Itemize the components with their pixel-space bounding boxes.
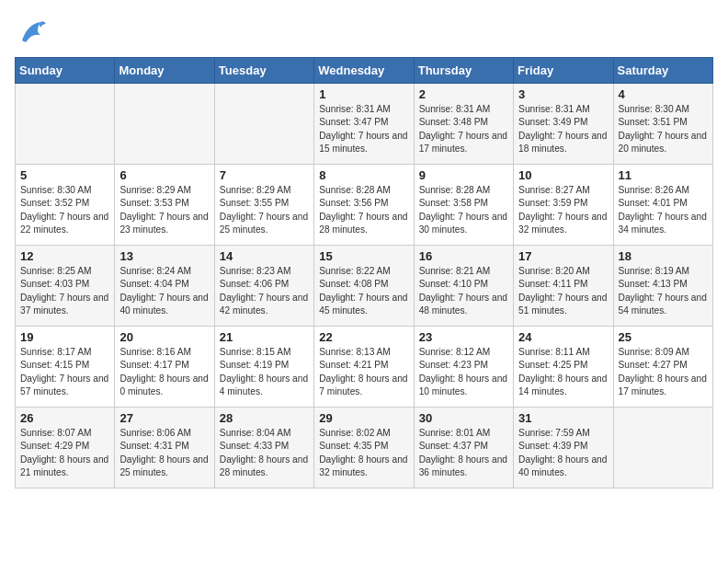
calendar-cell: 11Sunrise: 8:26 AMSunset: 4:01 PMDayligh… [613, 165, 712, 246]
cell-info: Sunrise: 8:19 AMSunset: 4:13 PMDaylight:… [619, 265, 708, 317]
day-header-wednesday: Wednesday [314, 58, 414, 84]
day-header-friday: Friday [514, 58, 613, 84]
cell-info: Sunrise: 8:31 AMSunset: 3:48 PMDaylight:… [419, 103, 508, 155]
calendar-cell: 17Sunrise: 8:20 AMSunset: 4:11 PMDayligh… [514, 246, 613, 327]
calendar-cell: 30Sunrise: 8:01 AMSunset: 4:37 PMDayligh… [414, 408, 513, 488]
cell-info: Sunrise: 8:21 AMSunset: 4:10 PMDaylight:… [419, 265, 508, 317]
calendar-cell: 6Sunrise: 8:29 AMSunset: 3:53 PMDaylight… [115, 165, 214, 246]
calendar-cell: 2Sunrise: 8:31 AMSunset: 3:48 PMDaylight… [414, 84, 513, 165]
cell-info: Sunrise: 8:27 AMSunset: 3:59 PMDaylight:… [518, 184, 608, 236]
calendar-cell: 3Sunrise: 8:31 AMSunset: 3:49 PMDaylight… [514, 84, 613, 165]
cell-info: Sunrise: 8:20 AMSunset: 4:11 PMDaylight:… [518, 265, 608, 317]
calendar-cell: 25Sunrise: 8:09 AMSunset: 4:27 PMDayligh… [613, 327, 712, 408]
week-row-3: 19Sunrise: 8:17 AMSunset: 4:15 PMDayligh… [16, 327, 713, 408]
day-number: 6 [119, 168, 209, 182]
calendar-header: SundayMondayTuesdayWednesdayThursdayFrid… [16, 58, 713, 84]
day-number: 19 [20, 330, 109, 344]
cell-info: Sunrise: 8:28 AMSunset: 3:58 PMDaylight:… [419, 184, 508, 236]
calendar-cell: 8Sunrise: 8:28 AMSunset: 3:56 PMDaylight… [314, 165, 414, 246]
day-number: 12 [20, 249, 109, 263]
day-number: 27 [119, 411, 209, 425]
calendar-cell: 10Sunrise: 8:27 AMSunset: 3:59 PMDayligh… [514, 165, 613, 246]
calendar-cell: 15Sunrise: 8:22 AMSunset: 4:08 PMDayligh… [314, 246, 414, 327]
calendar-cell: 4Sunrise: 8:30 AMSunset: 3:51 PMDaylight… [613, 84, 712, 165]
day-number: 18 [619, 249, 708, 263]
day-number: 2 [419, 87, 508, 101]
cell-info: Sunrise: 8:31 AMSunset: 3:49 PMDaylight:… [518, 103, 608, 155]
cell-info: Sunrise: 8:15 AMSunset: 4:19 PMDaylight:… [220, 346, 309, 398]
header [15, 15, 713, 50]
day-number: 28 [220, 411, 309, 425]
cell-info: Sunrise: 8:12 AMSunset: 4:23 PMDaylight:… [419, 346, 508, 398]
calendar-cell: 7Sunrise: 8:29 AMSunset: 3:55 PMDaylight… [214, 165, 313, 246]
cell-info: Sunrise: 8:04 AMSunset: 4:33 PMDaylight:… [220, 427, 309, 479]
calendar-cell: 13Sunrise: 8:24 AMSunset: 4:04 PMDayligh… [115, 246, 214, 327]
day-number: 15 [319, 249, 408, 263]
calendar-cell [214, 84, 313, 165]
day-number: 16 [419, 249, 508, 263]
calendar-cell: 23Sunrise: 8:12 AMSunset: 4:23 PMDayligh… [414, 327, 513, 408]
cell-info: Sunrise: 8:26 AMSunset: 4:01 PMDaylight:… [619, 184, 708, 236]
calendar-cell: 27Sunrise: 8:06 AMSunset: 4:31 PMDayligh… [115, 408, 214, 488]
calendar-cell: 29Sunrise: 8:02 AMSunset: 4:35 PMDayligh… [314, 408, 414, 488]
day-number: 14 [220, 249, 309, 263]
day-header-sunday: Sunday [16, 58, 115, 84]
calendar-cell: 16Sunrise: 8:21 AMSunset: 4:10 PMDayligh… [414, 246, 513, 327]
day-number: 3 [518, 87, 608, 101]
day-header-thursday: Thursday [414, 58, 513, 84]
header-row: SundayMondayTuesdayWednesdayThursdayFrid… [16, 58, 713, 84]
cell-info: Sunrise: 8:02 AMSunset: 4:35 PMDaylight:… [319, 427, 408, 479]
cell-info: Sunrise: 8:23 AMSunset: 4:06 PMDaylight:… [220, 265, 309, 317]
cell-info: Sunrise: 8:13 AMSunset: 4:21 PMDaylight:… [319, 346, 408, 398]
calendar-cell: 12Sunrise: 8:25 AMSunset: 4:03 PMDayligh… [16, 246, 115, 327]
day-header-monday: Monday [115, 58, 214, 84]
calendar-cell: 20Sunrise: 8:16 AMSunset: 4:17 PMDayligh… [115, 327, 214, 408]
calendar-cell: 28Sunrise: 8:04 AMSunset: 4:33 PMDayligh… [214, 408, 313, 488]
calendar-cell: 5Sunrise: 8:30 AMSunset: 3:52 PMDaylight… [16, 165, 115, 246]
day-header-saturday: Saturday [613, 58, 712, 84]
calendar-cell: 22Sunrise: 8:13 AMSunset: 4:21 PMDayligh… [314, 327, 414, 408]
calendar-cell: 21Sunrise: 8:15 AMSunset: 4:19 PMDayligh… [214, 327, 313, 408]
week-row-1: 5Sunrise: 8:30 AMSunset: 3:52 PMDaylight… [16, 165, 713, 246]
calendar-body: 1Sunrise: 8:31 AMSunset: 3:47 PMDaylight… [16, 84, 713, 488]
week-row-0: 1Sunrise: 8:31 AMSunset: 3:47 PMDaylight… [16, 84, 713, 165]
logo-icon [15, 15, 50, 50]
cell-info: Sunrise: 8:31 AMSunset: 3:47 PMDaylight:… [319, 103, 408, 155]
day-number: 21 [220, 330, 309, 344]
logo [15, 15, 53, 50]
cell-info: Sunrise: 8:11 AMSunset: 4:25 PMDaylight:… [518, 346, 608, 398]
calendar-cell [16, 84, 115, 165]
day-number: 30 [419, 411, 508, 425]
day-number: 4 [619, 87, 708, 101]
day-header-tuesday: Tuesday [214, 58, 313, 84]
calendar-cell: 18Sunrise: 8:19 AMSunset: 4:13 PMDayligh… [613, 246, 712, 327]
day-number: 1 [319, 87, 408, 101]
day-number: 13 [119, 249, 209, 263]
cell-info: Sunrise: 8:09 AMSunset: 4:27 PMDaylight:… [619, 346, 708, 398]
day-number: 17 [518, 249, 608, 263]
day-number: 24 [518, 330, 608, 344]
cell-info: Sunrise: 8:16 AMSunset: 4:17 PMDaylight:… [119, 346, 209, 398]
calendar-cell [115, 84, 214, 165]
cell-info: Sunrise: 8:30 AMSunset: 3:52 PMDaylight:… [20, 184, 109, 236]
cell-info: Sunrise: 8:01 AMSunset: 4:37 PMDaylight:… [419, 427, 508, 479]
day-number: 22 [319, 330, 408, 344]
cell-info: Sunrise: 8:28 AMSunset: 3:56 PMDaylight:… [319, 184, 408, 236]
calendar-cell [613, 408, 712, 488]
day-number: 8 [319, 168, 408, 182]
calendar-cell: 9Sunrise: 8:28 AMSunset: 3:58 PMDaylight… [414, 165, 513, 246]
cell-info: Sunrise: 8:25 AMSunset: 4:03 PMDaylight:… [20, 265, 109, 317]
calendar-cell: 1Sunrise: 8:31 AMSunset: 3:47 PMDaylight… [314, 84, 414, 165]
day-number: 9 [419, 168, 508, 182]
calendar-cell: 24Sunrise: 8:11 AMSunset: 4:25 PMDayligh… [514, 327, 613, 408]
calendar-cell: 26Sunrise: 8:07 AMSunset: 4:29 PMDayligh… [16, 408, 115, 488]
day-number: 26 [20, 411, 109, 425]
cell-info: Sunrise: 8:30 AMSunset: 3:51 PMDaylight:… [619, 103, 708, 155]
cell-info: Sunrise: 8:07 AMSunset: 4:29 PMDaylight:… [20, 427, 109, 479]
cell-info: Sunrise: 8:29 AMSunset: 3:53 PMDaylight:… [119, 184, 209, 236]
cell-info: Sunrise: 8:22 AMSunset: 4:08 PMDaylight:… [319, 265, 408, 317]
day-number: 10 [518, 168, 608, 182]
calendar-cell: 31Sunrise: 7:59 AMSunset: 4:39 PMDayligh… [514, 408, 613, 488]
cell-info: Sunrise: 7:59 AMSunset: 4:39 PMDaylight:… [518, 427, 608, 479]
day-number: 7 [220, 168, 309, 182]
